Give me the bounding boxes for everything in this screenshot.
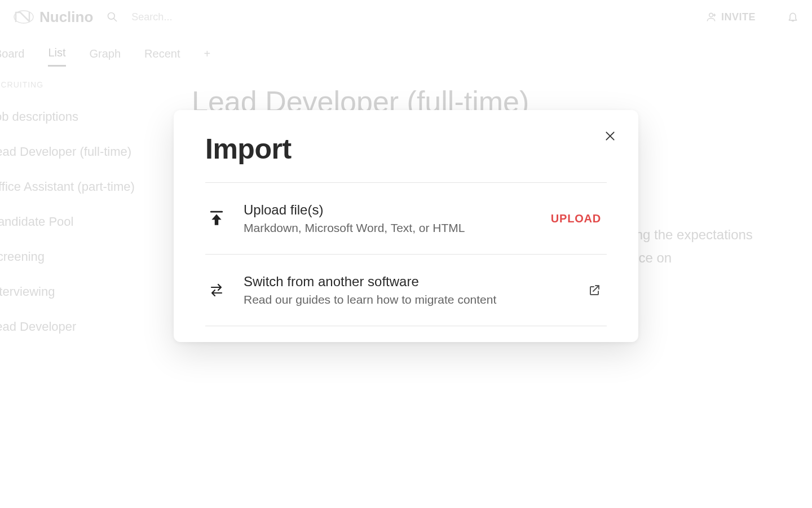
upload-button[interactable]: UPLOAD [551, 212, 607, 225]
upload-option-title: Upload file(s) [244, 202, 535, 218]
external-link-button[interactable] [588, 283, 601, 297]
modal-overlay[interactable]: Import Upload file(s) Markdown, Microsof… [0, 0, 812, 508]
upload-icon [205, 211, 228, 226]
import-option-upload[interactable]: Upload file(s) Markdown, Microsoft Word,… [205, 183, 607, 255]
external-link-icon [588, 283, 601, 297]
import-option-switch[interactable]: Switch from another software Read our gu… [205, 255, 607, 326]
close-button[interactable] [600, 126, 620, 146]
close-icon [604, 130, 616, 142]
switch-option-title: Switch from another software [244, 274, 572, 290]
switch-icon [205, 283, 228, 297]
switch-option-subtitle: Read our guides to learn how to migrate … [244, 293, 572, 306]
import-dialog: Import Upload file(s) Markdown, Microsof… [174, 110, 638, 342]
dialog-title: Import [205, 133, 607, 165]
upload-option-subtitle: Markdown, Microsoft Word, Text, or HTML [244, 221, 535, 235]
